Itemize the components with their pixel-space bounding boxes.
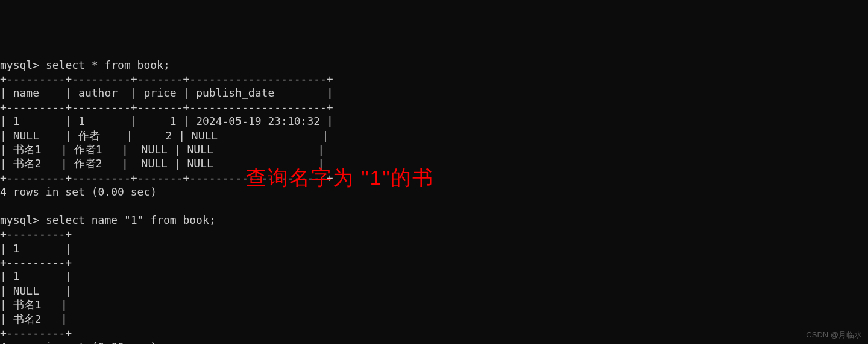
table-header-row: | name | author | price | publish_date | [0, 86, 333, 99]
col-alias: 1 [13, 242, 20, 255]
terminal-output: mysql> select * from book; +---------+--… [0, 58, 868, 344]
table-border: +---------+---------+-------+-----------… [0, 72, 333, 85]
annotation-text: 查询名字为 "1"的书 [246, 164, 435, 191]
table-border: +---------+ [0, 228, 72, 240]
table-header-row: | 1 | [0, 242, 72, 255]
col-name: name [13, 86, 39, 99]
table-border: +---------+ [0, 256, 72, 269]
col-publish-date: publish_date [196, 86, 274, 99]
col-author: author [78, 86, 118, 99]
table-row: | 1 | [0, 270, 72, 282]
table-row: | NULL | 作者 | 2 | NULL | [0, 129, 329, 142]
table-row: | 书名1 | [0, 298, 68, 311]
table-row: | 1 | 1 | 1 | 2024-05-19 23:10:32 | [0, 115, 333, 127]
prompt: mysql> [0, 59, 39, 71]
watermark: CSDN @月临水 [806, 330, 862, 340]
result-footer: 4 rows in set (0.00 sec) [0, 340, 157, 344]
sql-command: select * from book; [46, 59, 170, 71]
result-footer: 4 rows in set (0.00 sec) [0, 185, 157, 198]
table-border: +---------+ [0, 326, 72, 339]
prompt: mysql> [0, 214, 39, 226]
table-border: +---------+---------+-------+-----------… [0, 101, 333, 113]
table-row: | NULL | [0, 284, 72, 297]
table-row: | 书名1 | 作者1 | NULL | NULL | [0, 143, 324, 156]
table-row: | 书名2 | [0, 313, 68, 325]
sql-command: select name "1" from book; [46, 214, 216, 226]
col-price: price [143, 86, 176, 99]
